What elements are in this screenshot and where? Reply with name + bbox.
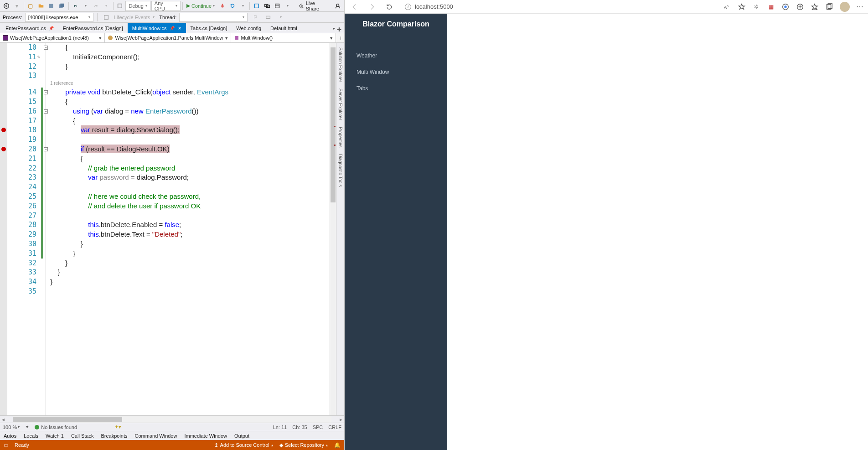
breakpoint-gutter[interactable]: [0, 43, 7, 415]
sidebar-item-multi-window[interactable]: Multi Window: [345, 64, 447, 80]
restart-dd[interactable]: ▾: [238, 1, 248, 11]
code-line[interactable]: }: [50, 268, 330, 277]
nav-back-icon[interactable]: [2, 1, 11, 11]
site-info-icon[interactable]: i: [405, 4, 411, 10]
editor-hscroll[interactable]: ◂ ▸: [0, 415, 344, 423]
browser-address-bar[interactable]: i localhost:5000: [400, 1, 537, 13]
add-source-control-button[interactable]: ↥Add to Source Control▴: [214, 442, 273, 448]
select-repo-button[interactable]: ◆Select Repository▴: [279, 442, 328, 448]
hscroll-left-icon[interactable]: ◂: [0, 416, 6, 423]
zoom-dropdown[interactable]: 100 %▾: [3, 424, 20, 430]
browser-back-icon[interactable]: [348, 0, 361, 13]
undo-icon[interactable]: [71, 1, 80, 11]
bottom-tab-breakpoints[interactable]: Breakpoints: [97, 431, 131, 440]
feedback-icon[interactable]: [333, 1, 342, 11]
code-line[interactable]: [50, 71, 330, 81]
sidebar-item-tabs[interactable]: Tabs: [345, 80, 447, 97]
undo-dd[interactable]: ▾: [81, 1, 90, 11]
ext3-icon[interactable]: [781, 3, 790, 11]
bottom-tab-immediate-window[interactable]: Immediate Window: [181, 431, 231, 440]
code-line[interactable]: var password = dialog.Password;: [50, 173, 330, 182]
bottom-tab-watch-1[interactable]: Watch 1: [42, 431, 67, 440]
code-line[interactable]: [50, 182, 330, 192]
tabs-dropdown-icon[interactable]: ▾: [333, 26, 335, 33]
pin-icon[interactable]: 📌: [49, 26, 54, 31]
bottom-tab-output[interactable]: Output: [231, 431, 253, 440]
lifecycle-icon[interactable]: [101, 12, 111, 22]
doc-tab-enterpassword-cs[interactable]: EnterPassword.cs📌: [1, 23, 58, 33]
code-line[interactable]: [50, 287, 330, 296]
nav-class-dropdown[interactable]: WisejWebPageApplication1.Panels.MultiWin…: [105, 33, 231, 42]
profile-avatar[interactable]: [840, 2, 850, 12]
browser-forward-icon[interactable]: [366, 0, 378, 13]
code-line[interactable]: this.btnDelete.Enabled = false;: [50, 220, 330, 230]
config-dropdown[interactable]: Debug▾: [125, 1, 150, 11]
fold-toggle-icon[interactable]: −: [44, 147, 48, 151]
liveshare-button[interactable]: Live Share: [294, 0, 332, 11]
redo-dd[interactable]: ▾: [102, 1, 111, 11]
tool-tab-diagnostic-tools[interactable]: Diagnostic Tools: [337, 151, 344, 190]
lightbulb-icon[interactable]: ✦▾: [114, 424, 121, 430]
health-icon[interactable]: ✦: [25, 424, 29, 430]
breakpoint-icon[interactable]: [1, 147, 6, 151]
hscroll-track[interactable]: [13, 416, 331, 423]
process-dropdown[interactable]: [40008] iisexpress.exe▾: [25, 13, 93, 22]
nav-project-dropdown[interactable]: WisejWebPageApplication1 (net48) ▾: [0, 33, 105, 42]
code-line[interactable]: }: [50, 62, 330, 72]
nav-fwd-icon[interactable]: ▾: [12, 1, 22, 11]
code-line[interactable]: {: [50, 154, 330, 164]
fold-toggle-icon[interactable]: −: [44, 90, 48, 94]
continue-button[interactable]: ▶Continue▾: [185, 3, 217, 9]
hscroll-right-icon[interactable]: ▸: [338, 416, 344, 423]
step-icon[interactable]: [252, 1, 261, 11]
code-line[interactable]: }: [50, 277, 330, 287]
tool-tab-server-explorer[interactable]: Server Explorer: [337, 86, 344, 123]
fold-gutter[interactable]: −−−−: [43, 43, 49, 415]
hot-reload-icon[interactable]: [217, 1, 227, 11]
bottom-tab-autos[interactable]: Autos: [0, 431, 20, 440]
stackframe-icon[interactable]: [263, 12, 273, 22]
code-line[interactable]: InitializeComponent();: [50, 52, 330, 62]
notifications-icon[interactable]: 🔔: [334, 442, 341, 448]
indent-mode[interactable]: SPC: [313, 424, 323, 430]
bottom-tab-command-window[interactable]: Command Window: [131, 431, 181, 440]
solution-cfg-icon[interactable]: [115, 1, 125, 11]
fold-toggle-icon[interactable]: −: [44, 46, 48, 50]
save-icon[interactable]: [46, 1, 56, 11]
tool-tab-properties[interactable]: Properties: [337, 124, 344, 150]
code-line[interactable]: private void btnDelete_Click(object send…: [50, 88, 330, 97]
code-line[interactable]: if (result == DialogResult.OK): [50, 145, 330, 154]
bottom-tab-locals[interactable]: Locals: [20, 431, 42, 440]
doc-tab-tabs-cs-design-[interactable]: Tabs.cs [Design]: [186, 23, 232, 33]
editor-vertical-scrollbar[interactable]: [330, 43, 336, 415]
favorite-icon[interactable]: [738, 3, 746, 11]
pin-icon[interactable]: 📌: [170, 26, 175, 31]
codelens[interactable]: 1 reference: [50, 81, 330, 88]
code-line[interactable]: [50, 211, 330, 221]
code-line[interactable]: {: [50, 43, 330, 52]
code-line[interactable]: // and delete the user if password OK: [50, 202, 330, 211]
doc-tab-web-config[interactable]: Web.config: [232, 23, 266, 33]
fold-toggle-icon[interactable]: −: [44, 109, 48, 114]
tabs-add-icon[interactable]: ✚: [337, 26, 341, 33]
window-icon[interactable]: [273, 1, 282, 11]
code-line[interactable]: }: [50, 249, 330, 259]
code-line[interactable]: {: [50, 116, 330, 126]
hscroll-thumb[interactable]: [13, 417, 122, 422]
window-dd[interactable]: ▾: [283, 1, 293, 11]
code-line[interactable]: // grab the entered password: [50, 164, 330, 173]
line-ending[interactable]: CRLF: [328, 424, 341, 430]
browser-refresh-icon[interactable]: [383, 0, 396, 13]
browser-link-icon[interactable]: [262, 1, 272, 11]
more-icon[interactable]: ⋯: [856, 3, 864, 11]
close-icon[interactable]: ×: [178, 25, 181, 31]
code-line[interactable]: }: [50, 259, 330, 268]
favorites-bar-icon[interactable]: [811, 3, 819, 11]
stackframe-dd[interactable]: ▾: [276, 12, 286, 22]
ext1-icon[interactable]: ✲: [752, 3, 760, 11]
ext2-icon[interactable]: ▦: [767, 3, 775, 11]
code-line[interactable]: }: [50, 239, 330, 249]
issues-indicator[interactable]: No issues found: [35, 424, 77, 430]
code-line[interactable]: var result = dialog.ShowDialog();: [50, 125, 330, 135]
save-all-icon[interactable]: [57, 1, 67, 11]
